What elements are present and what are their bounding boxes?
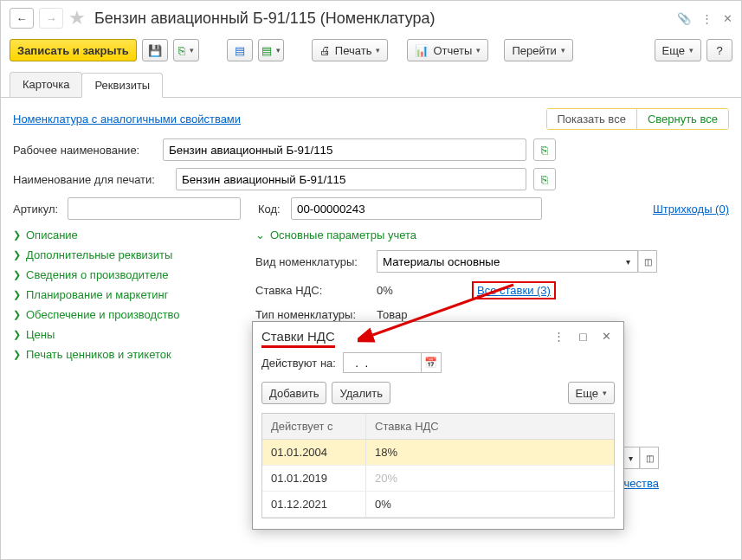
code-label: Код: [258, 203, 284, 216]
dialog-maximize-icon[interactable]: ◻ [575, 330, 591, 343]
close-window-icon[interactable]: ✕ [723, 12, 732, 25]
print-name-input[interactable] [176, 168, 526, 190]
article-input[interactable] [68, 197, 241, 220]
tree-prices[interactable]: ❯Цены [13, 328, 229, 341]
reports-button[interactable]: 📊 Отчеты ▾ [407, 39, 488, 61]
tree-description[interactable]: ❯Описание [13, 229, 229, 241]
table-row[interactable]: 01.01.200418% [262, 440, 614, 466]
back-button[interactable]: ← [10, 8, 34, 29]
more-button[interactable]: Еще ▾ [655, 39, 701, 61]
vat-all-rates-link[interactable]: Все ставки (3) [477, 284, 551, 297]
save-and-close-button[interactable]: Записать и закрыть [10, 39, 137, 61]
collapse-all-button[interactable]: Свернуть все [637, 109, 728, 129]
vat-value: 0% [377, 284, 463, 297]
kind-open-button[interactable]: ◫ [638, 250, 657, 273]
kind-label: Вид номенклатуры: [255, 255, 368, 268]
quality-link-fragment[interactable]: чества [624, 477, 659, 490]
kind-input[interactable] [377, 250, 619, 273]
vat-label: Ставка НДС: [255, 284, 368, 297]
tab-card[interactable]: Карточка [10, 72, 82, 97]
tree-supply[interactable]: ❯Обеспечение и производство [13, 308, 229, 321]
cell-rate: 20% [366, 466, 614, 491]
valid-on-label: Действуют на: [261, 357, 336, 370]
cell-rate: 0% [366, 492, 614, 517]
copy-print-name-button[interactable]: ⎘ [533, 168, 556, 190]
type-value: Товар [377, 308, 407, 321]
work-name-input[interactable] [163, 138, 526, 161]
kind-dropdown-button[interactable]: ▾ [619, 250, 638, 273]
kebab-menu-icon[interactable]: ⋮ [701, 12, 713, 25]
dialog-kebab-icon[interactable]: ⋮ [550, 330, 568, 343]
copy-doc-button[interactable]: ⎘▾ [173, 39, 199, 61]
cell-date: 01.12.2021 [262, 492, 366, 517]
col-valid-from[interactable]: Действует с [262, 414, 366, 439]
print-name-label: Наименование для печати: [13, 173, 169, 186]
print-button[interactable]: 🖨 Печать ▾ [312, 39, 389, 61]
similar-items-link[interactable]: Номенклатура с аналогичными свойствами [13, 113, 241, 126]
expand-collapse-group: Показать все Свернуть все [546, 108, 730, 130]
tree-labels[interactable]: ❯Печать ценников и этикеток [13, 348, 229, 361]
calendar-icon[interactable]: 📅 [421, 352, 442, 373]
dialog-title: Ставки НДС [261, 329, 543, 344]
attach-icon[interactable]: 📎 [677, 12, 691, 25]
hidden-open-button[interactable]: ◫ [640, 447, 659, 469]
work-name-label: Рабочее наименование: [13, 144, 156, 157]
help-button[interactable]: ? [707, 39, 732, 61]
section-tree: ❯Описание ❯Дополнительные реквизиты ❯Све… [13, 229, 229, 361]
template-button[interactable]: ▤▾ [258, 39, 284, 61]
cell-rate: 18% [366, 440, 614, 465]
forward-button[interactable]: → [39, 8, 63, 29]
add-rate-button[interactable]: Добавить [261, 382, 326, 404]
list-view-button[interactable]: ▤ [227, 39, 253, 61]
show-all-button[interactable]: Показать все [547, 109, 637, 129]
dialog-close-icon[interactable]: ✕ [598, 330, 615, 343]
favorite-star-icon[interactable]: ★ [68, 7, 86, 29]
tab-props[interactable]: Реквизиты [81, 73, 163, 98]
copy-work-name-button[interactable]: ⎘ [533, 138, 556, 161]
main-params-section-header[interactable]: ⌄Основные параметры учета [255, 229, 729, 241]
tree-planning[interactable]: ❯Планирование и маркетинг [13, 288, 229, 301]
page-title: Бензин авиационный Б-91/115 (Номенклатур… [94, 10, 672, 28]
valid-on-date-input[interactable] [343, 352, 421, 373]
code-input[interactable] [291, 197, 542, 220]
delete-rate-button[interactable]: Удалить [332, 382, 390, 404]
table-row[interactable]: 01.01.201920% [262, 466, 614, 492]
goto-button[interactable]: Перейти ▾ [504, 39, 573, 61]
article-label: Артикул: [13, 203, 61, 216]
table-row[interactable]: 01.12.20210% [262, 492, 614, 518]
tree-manufacturer[interactable]: ❯Сведения о производителе [13, 268, 229, 281]
cell-date: 01.01.2004 [262, 440, 366, 465]
vat-rates-dialog: Ставки НДС ⋮ ◻ ✕ Действуют на: 📅 Добавит… [252, 321, 624, 530]
save-button[interactable]: 💾 [142, 39, 168, 61]
vat-rates-table: Действует с Ставка НДС 01.01.200418%01.0… [261, 413, 615, 518]
col-vat-rate[interactable]: Ставка НДС [366, 414, 614, 439]
barcodes-link[interactable]: Штрихкоды (0) [653, 203, 729, 216]
dialog-more-button[interactable]: Еще ▾ [568, 382, 615, 404]
tree-extra-props[interactable]: ❯Дополнительные реквизиты [13, 248, 229, 261]
type-label: Тип номенклатуры: [255, 308, 368, 321]
cell-date: 01.01.2019 [262, 466, 366, 491]
